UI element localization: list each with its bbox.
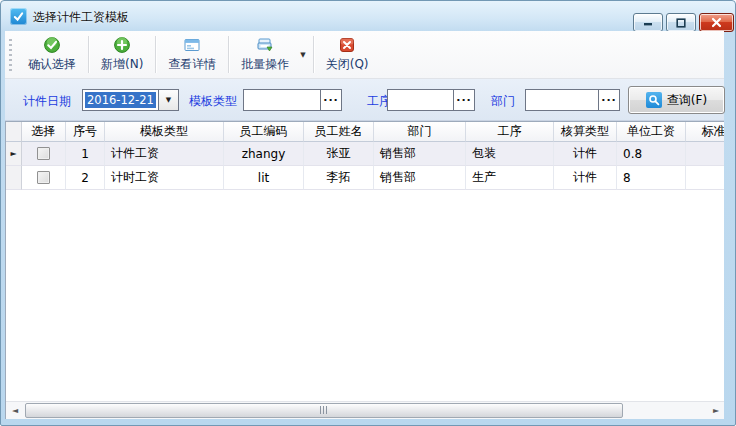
unit-wage-cell[interactable]: 8: [617, 166, 686, 190]
confirm-select-label: 确认选择: [28, 56, 76, 73]
maximize-icon: [676, 18, 686, 28]
seq-cell[interactable]: 1: [66, 142, 105, 166]
template-type-lookup: ···: [243, 89, 342, 111]
close-dialog-button[interactable]: 关闭(Q): [315, 31, 380, 78]
row-arrow-icon: ►: [10, 150, 16, 158]
col-header-process[interactable]: 工序: [466, 122, 554, 142]
process-input[interactable]: [388, 90, 453, 110]
toolbar-grip[interactable]: [9, 39, 12, 71]
row-checkbox[interactable]: [37, 147, 50, 160]
scroll-right-icon: ►: [713, 406, 719, 415]
scroll-left-button[interactable]: ◄: [6, 402, 24, 420]
emp-name-cell[interactable]: 张亚: [304, 142, 374, 166]
col-header-seq[interactable]: 序号: [66, 122, 105, 142]
col-header-unit-wage[interactable]: 单位工资: [617, 122, 686, 142]
add-new-button[interactable]: 新增(N): [90, 31, 154, 78]
process-lookup: ···: [387, 89, 475, 111]
view-detail-label: 查看详情: [168, 56, 216, 73]
close-button[interactable]: [699, 13, 734, 32]
template-grid: 选择 序号 模板类型 员工编码 员工姓名 部门 工序 核算类型 单位工资 标准工…: [5, 121, 724, 419]
department-lookup: ···: [525, 89, 620, 111]
process-cell[interactable]: 包装: [466, 142, 554, 166]
table-row[interactable]: 2 计时工资 lit 李拓 销售部 生产 计件 8: [6, 166, 724, 190]
query-button-label: 查询(F): [667, 92, 707, 109]
ellipsis-icon: ···: [456, 94, 472, 107]
ellipsis-icon: ···: [323, 94, 339, 107]
process-cell[interactable]: 生产: [466, 166, 554, 190]
app-logo-icon: [10, 8, 27, 25]
batch-operation-icon: [256, 36, 274, 54]
toolbar-separator: [155, 36, 156, 73]
template-type-input[interactable]: [244, 90, 320, 110]
close-red-icon: [338, 36, 356, 54]
grid-empty-area: [6, 190, 724, 400]
minimize-button[interactable]: [633, 13, 663, 32]
department-label: 部门: [491, 93, 515, 110]
caret-down-icon: ▼: [166, 96, 171, 104]
row-select-cell[interactable]: [22, 166, 66, 190]
grid-header-row: 选择 序号 模板类型 员工编码 员工姓名 部门 工序 核算类型 单位工资 标准工…: [6, 122, 724, 142]
current-row-indicator: ►: [6, 142, 22, 166]
col-header-select[interactable]: 选择: [22, 122, 66, 142]
add-plus-icon: [113, 36, 131, 54]
maximize-button[interactable]: [666, 13, 696, 32]
col-header-emp-name[interactable]: 员工姓名: [304, 122, 374, 142]
template-type-ellipsis-button[interactable]: ···: [320, 90, 341, 110]
department-ellipsis-button[interactable]: ···: [598, 90, 619, 110]
scroll-right-button[interactable]: ►: [707, 402, 724, 420]
template-type-cell[interactable]: 计时工资: [105, 166, 224, 190]
batch-dropdown-caret-icon[interactable]: ▼: [300, 31, 311, 78]
department-cell[interactable]: 销售部: [374, 142, 466, 166]
col-header-emp-code[interactable]: 员工编码: [224, 122, 304, 142]
standard-cell[interactable]: [686, 166, 724, 190]
minimize-icon: [643, 18, 653, 27]
scrollbar-track[interactable]: [24, 402, 707, 420]
row-indicator-cell: [6, 166, 22, 190]
col-header-template-type[interactable]: 模板类型: [105, 122, 224, 142]
standard-cell[interactable]: [686, 142, 724, 166]
titlebar[interactable]: 选择计件工资模板: [1, 1, 735, 31]
row-indicator-header: [6, 122, 22, 142]
dialog-content: 确认选择 新增(N) 查看详情: [5, 31, 724, 419]
calc-type-cell[interactable]: 计件: [554, 166, 617, 190]
department-cell[interactable]: 销售部: [374, 166, 466, 190]
col-header-calc-type[interactable]: 核算类型: [554, 122, 617, 142]
unit-wage-cell[interactable]: 0.8: [617, 142, 686, 166]
detail-window-icon: [183, 36, 201, 54]
piece-date-value[interactable]: 2016-12-21: [83, 90, 158, 110]
emp-code-cell[interactable]: zhangy: [224, 142, 304, 166]
row-checkbox[interactable]: [37, 171, 50, 184]
toolbar: 确认选择 新增(N) 查看详情: [5, 31, 724, 79]
toolbar-separator: [313, 36, 314, 73]
dialog-window: 选择计件工资模板 确认选择: [0, 0, 736, 426]
table-row[interactable]: ► 1 计件工资 zhangy 张亚 销售部 包装 计件 0.8: [6, 142, 724, 166]
date-dropdown-button[interactable]: ▼: [158, 90, 178, 110]
filter-bar: 计件日期 2016-12-21 ▼ 模板类型 ··· 工序 ··· 部门 ···: [5, 79, 724, 121]
confirm-select-button[interactable]: 确认选择: [17, 31, 87, 78]
view-detail-button[interactable]: 查看详情: [157, 31, 227, 78]
piece-date-combobox[interactable]: 2016-12-21 ▼: [82, 89, 179, 111]
toolbar-separator: [88, 36, 89, 73]
row-select-cell[interactable]: [22, 142, 66, 166]
scroll-left-icon: ◄: [12, 406, 18, 415]
process-ellipsis-button[interactable]: ···: [453, 90, 474, 110]
confirm-check-icon: [43, 36, 61, 54]
search-icon: [646, 92, 662, 108]
department-input[interactable]: [526, 90, 598, 110]
seq-cell[interactable]: 2: [66, 166, 105, 190]
template-type-cell[interactable]: 计件工资: [105, 142, 224, 166]
window-title: 选择计件工资模板: [33, 9, 129, 26]
emp-name-cell[interactable]: 李拓: [304, 166, 374, 190]
batch-operation-button[interactable]: 批量操作: [230, 31, 300, 78]
calc-type-cell[interactable]: 计件: [554, 142, 617, 166]
scrollbar-thumb[interactable]: [25, 403, 623, 418]
emp-code-cell[interactable]: lit: [224, 166, 304, 190]
ellipsis-icon: ···: [601, 94, 617, 107]
toolbar-separator: [228, 36, 229, 73]
batch-operation-label: 批量操作: [241, 56, 289, 73]
col-header-department[interactable]: 部门: [374, 122, 466, 142]
query-button[interactable]: 查询(F): [628, 86, 725, 114]
add-new-label: 新增(N): [101, 56, 143, 73]
col-header-standard[interactable]: 标准工资: [686, 122, 724, 142]
horizontal-scrollbar[interactable]: ◄ ►: [6, 401, 724, 419]
